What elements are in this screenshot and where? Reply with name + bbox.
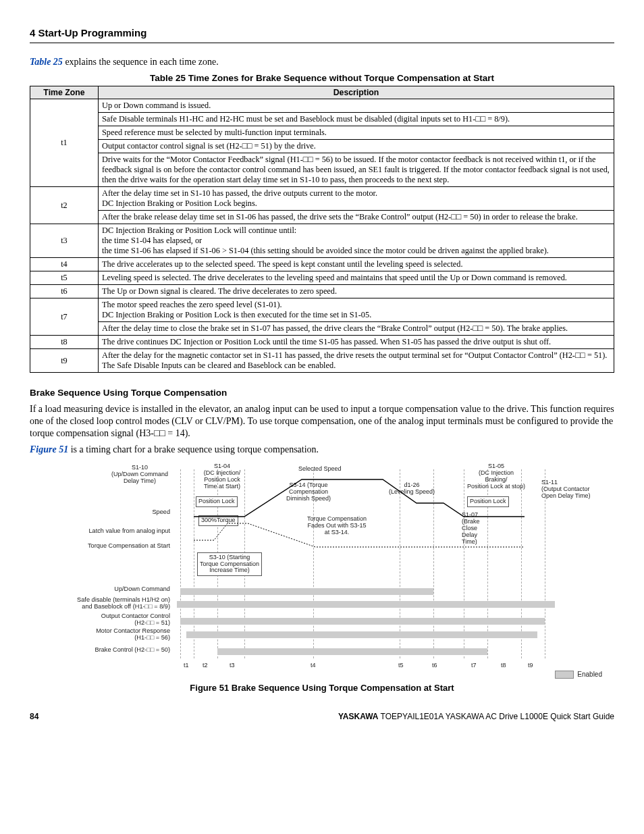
cell: The motor speed reaches the zero speed l… (99, 298, 614, 322)
table-row: t5Leveling speed is selected. The drive … (30, 271, 614, 285)
timing-diagram: S1-10 (Up/Down Command Delay Time) S1-04… (42, 463, 602, 679)
page-footer: 84 YASKAWA TOEPYAIL1E01A YASKAWA AC Driv… (30, 712, 614, 721)
cell: The Up or Down signal is cleared. The dr… (99, 285, 614, 298)
fig-ref-text: is a timing chart for a brake sequence u… (68, 444, 319, 454)
tick-t2: t2 (203, 662, 208, 669)
zone-t1: t1 (30, 99, 99, 187)
th-description: Description (99, 86, 614, 99)
link-figure-51[interactable]: Figure 51 (30, 444, 68, 454)
row-label-brake-control: Brake Control (H2-□□ = 50) (42, 646, 170, 653)
tick-t3: t3 (230, 662, 235, 669)
cell: Up or Down command is issued. (99, 99, 614, 113)
table-row: t8The drive continues DC Injection or Po… (30, 336, 614, 349)
legend-enabled-label: Enabled (577, 671, 602, 678)
cell: Speed reference must be selected by mult… (99, 126, 614, 140)
tick-t1: t1 (184, 662, 189, 669)
cell: Leveling speed is selected. The drive de… (99, 271, 614, 285)
table-row: Drive waits for the “Motor Contactor Fee… (30, 153, 614, 187)
row-label-tcs: Torque Compensation at Start (42, 542, 170, 549)
row-label-output-contactor: Output Contactor Control (H2-□□ = 51) (42, 613, 170, 626)
cell: Safe Disable terminals H1-HC and H2-HC m… (99, 113, 614, 126)
table-row: t3DC Injection Braking or Position Lock … (30, 224, 614, 258)
zone-t6: t6 (30, 285, 99, 298)
figure-51-caption: Figure 51 Brake Sequence Using Torque Co… (30, 683, 614, 693)
legend-enabled: Enabled (555, 671, 602, 679)
table-row: After the brake release delay time set i… (30, 211, 614, 224)
speed-curve (173, 469, 552, 550)
cell: DC Injection Braking or Position Lock wi… (99, 224, 614, 258)
tick-t9: t9 (528, 662, 533, 669)
cell: Drive waits for the “Motor Contactor Fee… (99, 153, 614, 187)
cell: After the delay time to close the brake … (99, 322, 614, 336)
zone-t9: t9 (30, 349, 99, 373)
cell: After the delay for the magnetic contact… (99, 349, 614, 373)
paragraph-figure-ref: Figure 51 is a timing chart for a brake … (30, 444, 614, 456)
zone-t2: t2 (30, 187, 99, 224)
zone-t3: t3 (30, 224, 99, 258)
time-zone-table: Time Zone Description t1Up or Down comma… (30, 86, 614, 373)
zone-t7: t7 (30, 298, 99, 336)
cell: After the delay time set in S1-10 has pa… (99, 187, 614, 211)
intro-table25: Table 25 explains the sequence in each t… (30, 57, 614, 68)
doc-brand: YASKAWA (338, 712, 379, 721)
subheading-torque-comp: Brake Sequence Using Torque Compensation (30, 388, 614, 398)
label-s1-10: S1-10 (Up/Down Command Delay Time) (109, 464, 170, 484)
table-row: t4The drive accelerates up to the select… (30, 258, 614, 271)
tick-t8: t8 (501, 662, 506, 669)
table-row: Safe Disable terminals H1-HC and H2-HC m… (30, 113, 614, 126)
row-label-latch: Latch value from analog input (42, 527, 170, 534)
table-row: t1Up or Down command is issued. (30, 99, 614, 113)
zone-t4: t4 (30, 258, 99, 271)
intro-text: explains the sequence in each time zone. (63, 57, 219, 67)
tick-t7: t7 (471, 662, 477, 669)
page-number: 84 (30, 712, 38, 721)
table-row: Speed reference must be selected by mult… (30, 126, 614, 140)
cell: Output contactor control signal is set (… (99, 140, 614, 153)
link-table-25[interactable]: Table 25 (30, 57, 63, 67)
table-row: t6The Up or Down signal is cleared. The … (30, 285, 614, 298)
box-s3-10: S3-10 (Starting Torque Compensation Incr… (197, 552, 262, 577)
zone-t5: t5 (30, 271, 99, 285)
cell: The drive continues DC Injection or Posi… (99, 336, 614, 349)
doc-rest: TOEPYAIL1E01A YASKAWA AC Drive L1000E Qu… (378, 712, 614, 721)
table-row: t7The motor speed reaches the zero speed… (30, 298, 614, 322)
tick-t6: t6 (432, 662, 437, 669)
row-label-motor-contactor: Motor Contactor Response (H1-□□ = 56) (42, 627, 170, 641)
cell: After the brake release delay time set i… (99, 211, 614, 224)
zone-t8: t8 (30, 336, 99, 349)
th-time-zone: Time Zone (30, 86, 99, 99)
table-25-title: Table 25 Time Zones for Brake Sequence w… (30, 73, 614, 83)
paragraph-torque-comp: If a load measuring device is installed … (30, 403, 614, 440)
table-row: After the delay time to close the brake … (30, 322, 614, 336)
figure-51: S1-10 (Up/Down Command Delay Time) S1-04… (30, 463, 614, 693)
table-row: t9After the delay for the magnetic conta… (30, 349, 614, 373)
section-header: 4 Start-Up Programming (30, 27, 614, 43)
row-label-speed: Speed (42, 509, 170, 515)
row-label-safe-disable: Safe disable (terminals H1/H2 on) and Ba… (42, 596, 170, 610)
tick-t5: t5 (398, 662, 404, 669)
cell: The drive accelerates up to the selected… (99, 258, 614, 271)
tick-t4: t4 (311, 662, 316, 669)
row-label-updown: Up/Down Command (42, 585, 170, 592)
table-row: Output contactor control signal is set (… (30, 140, 614, 153)
doc-id: YASKAWA TOEPYAIL1E01A YASKAWA AC Drive L… (338, 712, 614, 721)
table-row: t2After the delay time set in S1-10 has … (30, 187, 614, 211)
